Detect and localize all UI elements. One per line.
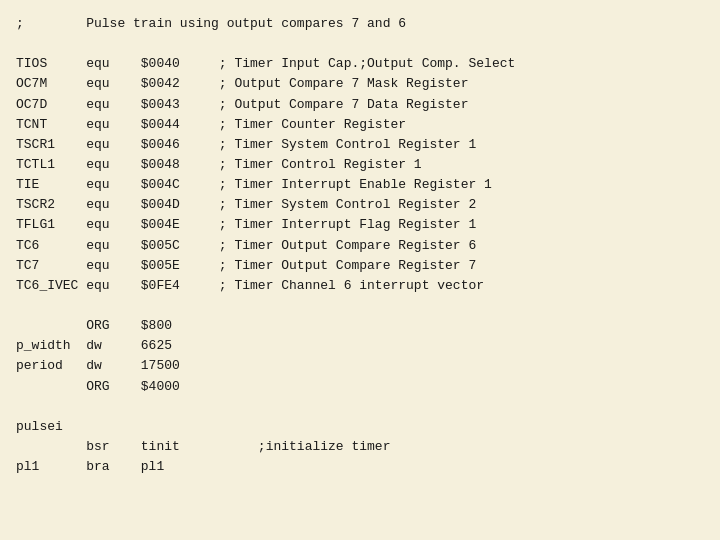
code-block: ; Pulse train using output compares 7 an…: [16, 14, 704, 477]
code-view: ; Pulse train using output compares 7 an…: [0, 0, 720, 491]
